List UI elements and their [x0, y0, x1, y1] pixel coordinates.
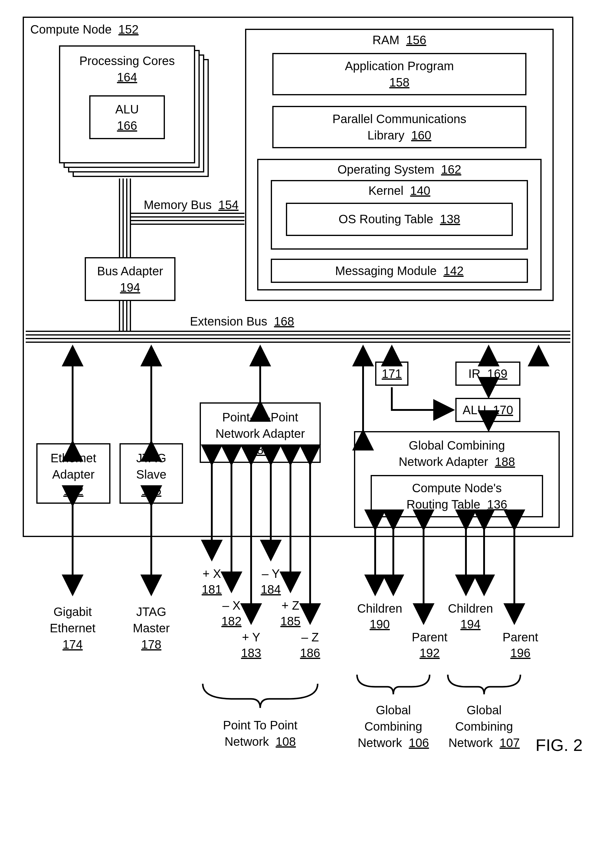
gcn-1: Global Combining Network 106 [348, 702, 439, 751]
gcn-2: Global Combining Network 107 [439, 702, 529, 751]
p2p-network: Point To Point Network 108 [203, 717, 318, 750]
figure-number: FIG. 2 [535, 735, 583, 755]
